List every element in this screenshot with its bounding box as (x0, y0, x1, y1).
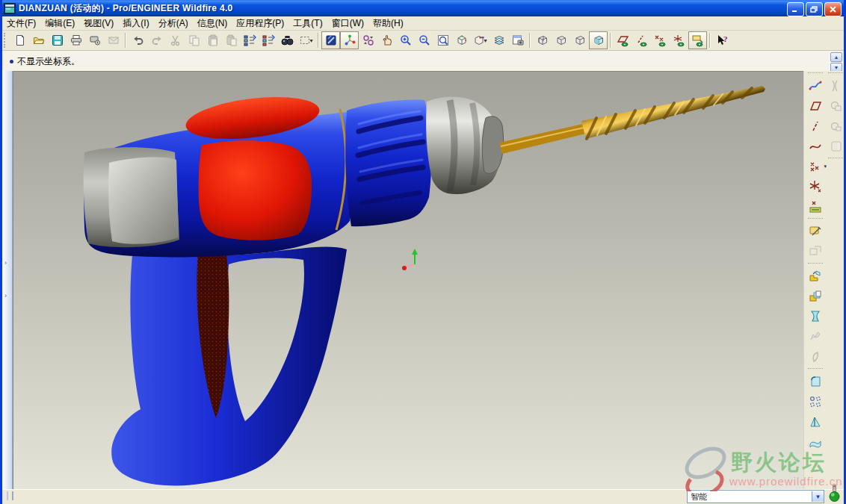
menu-tools[interactable]: 工具(T) (288, 16, 327, 31)
title-bar[interactable]: DIANZUAN (活动的) - Pro/ENGINEER Wildfire 4… (0, 0, 846, 16)
print-setup-button[interactable] (85, 31, 104, 49)
saved-view-dropdown[interactable]: ▾ (484, 37, 487, 44)
selection-filter-dropdown-icon[interactable]: ▼ (812, 491, 824, 502)
saved-view-list-button[interactable]: ▾ (471, 31, 490, 49)
print-button[interactable] (67, 31, 85, 49)
csys-tool-button[interactable] (806, 177, 825, 196)
sketch-tool-button[interactable] (806, 222, 825, 241)
boundary-blend-tool-button[interactable] (806, 347, 825, 367)
menu-file[interactable]: 文件(F) (2, 16, 40, 31)
message-line: 不显示坐标系。 (10, 55, 80, 68)
point-display-button[interactable] (651, 31, 670, 49)
select-box-dropdown[interactable]: ▾ (309, 37, 312, 44)
cut-button[interactable] (166, 31, 185, 49)
zoom-in-button[interactable] (396, 31, 415, 49)
view-manager-button[interactable] (508, 31, 527, 49)
menu-view[interactable]: 视图(V) (79, 16, 118, 31)
menu-window[interactable]: 窗口(W) (327, 16, 368, 31)
menu-analysis[interactable]: 分析(A) (154, 16, 193, 31)
menu-insert[interactable]: 插入(I) (118, 16, 153, 31)
new-button[interactable] (10, 31, 29, 49)
message-text: 不显示坐标系。 (17, 55, 80, 68)
offset-tool-button[interactable] (827, 116, 844, 136)
menu-applications[interactable]: 应用程序(P) (232, 16, 288, 31)
refit-button[interactable] (433, 31, 452, 49)
round-tool-button[interactable] (806, 372, 825, 391)
window-title: DIANZUAN (活动的) - Pro/ENGINEER Wildfire 4… (19, 2, 233, 15)
datum-plane-display-button[interactable] (614, 31, 632, 49)
pattern-tool-button[interactable] (806, 392, 825, 411)
restore-button[interactable] (806, 2, 823, 16)
selection-buffer-icon[interactable] (827, 484, 841, 503)
statusbar-grip (7, 491, 13, 500)
swept-blend-tool-button[interactable] (806, 327, 825, 346)
custom-regenerate-button[interactable] (259, 31, 278, 49)
toolbar-gripper[interactable] (4, 33, 8, 48)
extrude-tool-button[interactable] (806, 267, 825, 286)
draft-tool-button[interactable] (806, 412, 825, 432)
annotation-display-button[interactable] (688, 31, 707, 49)
copy-button[interactable] (185, 31, 203, 49)
hidden-line-button[interactable] (552, 31, 570, 49)
select-box-button[interactable]: ▾ (297, 31, 315, 49)
redo-button[interactable] (147, 31, 166, 49)
find-button[interactable] (278, 31, 297, 49)
message-bullet-icon (10, 60, 13, 63)
project-curve-tool-button[interactable] (827, 76, 844, 96)
spin-center-button[interactable] (340, 31, 359, 49)
close-button[interactable] (824, 2, 842, 16)
style-tool-button[interactable] (806, 76, 825, 96)
selection-filter-value: 智能 (688, 491, 812, 503)
reorient-button[interactable] (452, 31, 471, 49)
display-settings-button[interactable] (321, 31, 340, 49)
no-hidden-button[interactable] (570, 31, 589, 49)
selection-filter-combo[interactable]: 智能 ▼ (687, 490, 824, 503)
sash-expand-arrow-icon[interactable]: › (4, 259, 7, 267)
undo-button[interactable] (129, 31, 147, 49)
shaded-button[interactable] (589, 31, 608, 49)
menu-help[interactable]: 帮助(H) (368, 16, 408, 31)
drill-bit[interactable] (499, 86, 765, 154)
datum-point-tool-button[interactable]: ▾ (806, 157, 825, 176)
open-button[interactable] (29, 31, 48, 49)
fill-tool-button[interactable] (827, 137, 844, 156)
right-toolbar-overflow (827, 71, 844, 489)
csys-display-button[interactable] (670, 31, 688, 49)
zoom-out-button[interactable] (415, 31, 433, 49)
datum-plane-tool-button[interactable] (806, 96, 825, 116)
right-toolbar: ▾ (803, 71, 827, 489)
svg-text:?: ? (723, 34, 728, 43)
sweep-tool-button[interactable] (806, 307, 825, 326)
revolve-tool-button[interactable] (806, 287, 825, 306)
datum-axis-display-button[interactable] (632, 31, 651, 49)
minimize-button[interactable] (787, 2, 804, 16)
drill-red-side-panel[interactable] (199, 140, 312, 240)
paste-special-button[interactable] (222, 31, 241, 49)
email-button[interactable] (104, 31, 123, 49)
navigator-sash[interactable]: › › (2, 71, 13, 489)
wrap-tool-button[interactable] (827, 96, 844, 116)
orient-mode-button[interactable] (359, 31, 377, 49)
drill-handle[interactable] (111, 247, 347, 486)
model-canvas[interactable] (13, 72, 806, 490)
drag-button[interactable] (377, 31, 396, 49)
application-window: DIANZUAN (活动的) - Pro/ENGINEER Wildfire 4… (0, 0, 846, 504)
layers-button[interactable] (490, 31, 508, 49)
graphics-viewport[interactable] (13, 71, 806, 490)
message-area[interactable]: 不显示坐标系。 ▲ ▼ (2, 51, 844, 72)
regenerate-button[interactable] (241, 31, 259, 49)
menu-info[interactable]: 信息(N) (193, 16, 232, 31)
flex-surface-tool-button[interactable] (806, 432, 825, 452)
sash-expand-arrow2-icon[interactable]: › (4, 292, 7, 299)
app-icon (4, 3, 16, 14)
wireframe-button[interactable] (533, 31, 552, 49)
message-scroll-up-button[interactable]: ▲ (830, 52, 842, 62)
menu-edit[interactable]: 编辑(E) (40, 16, 79, 31)
save-button[interactable] (48, 31, 67, 49)
datum-curve-tool-button[interactable] (806, 137, 825, 156)
context-help-button[interactable]: ? (713, 31, 732, 49)
analysis-feature-button[interactable] (806, 197, 825, 217)
paste-button[interactable] (203, 31, 222, 49)
sketch-alt-tool-button[interactable] (806, 242, 825, 261)
datum-axis-tool-button[interactable] (806, 116, 825, 136)
